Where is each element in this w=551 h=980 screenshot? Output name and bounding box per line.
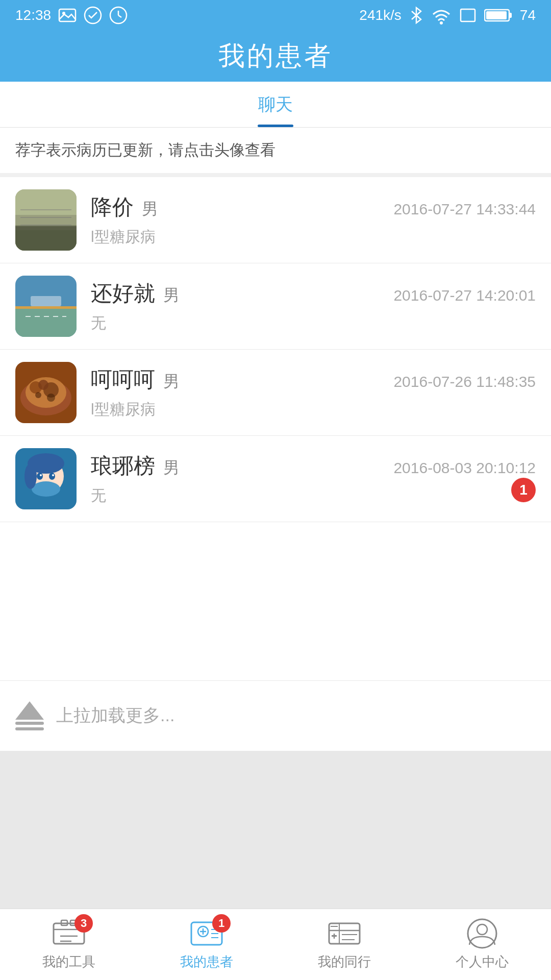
tab-chat-label: 聊天 [258, 93, 293, 116]
patient-top-row: 降价 男 2016-07-27 14:33:44 [91, 193, 536, 222]
patient-name: 降价 [91, 193, 134, 222]
tab-chat[interactable]: 聊天 [0, 82, 551, 127]
page-title: 我的患者 [218, 38, 333, 74]
svg-rect-7 [461, 9, 475, 21]
avatar [15, 276, 77, 337]
svg-point-61 [468, 919, 496, 948]
patient-info: 还好就 男 2016-07-27 14:20:01 无 [91, 279, 536, 334]
bottom-nav: 3 我的工具 1 我的患者 [0, 909, 551, 980]
patient-gender: 男 [163, 457, 180, 479]
patient-top-row: 还好就 男 2016-07-27 14:20:01 [91, 279, 536, 308]
nav-profile-label: 个人中心 [456, 953, 509, 971]
nav-item-tools[interactable]: 3 我的工具 [0, 918, 138, 971]
svg-point-62 [477, 924, 487, 935]
patient-info: 琅琊榜 男 2016-08-03 20:10:12 无 [91, 452, 536, 506]
patient-name: 呵呵呵 [91, 365, 155, 394]
svg-point-34 [24, 463, 37, 489]
patient-date: 2016-07-27 14:33:44 [393, 201, 536, 218]
svg-rect-12 [15, 225, 77, 251]
phone-icon [459, 6, 477, 24]
tab-bar: 聊天 [0, 82, 551, 128]
patient-date: 2016-07-26 11:48:35 [393, 373, 536, 390]
tools-badge: 3 [74, 914, 93, 933]
status-bar: 12:38 241k/s [0, 0, 551, 31]
patient-item[interactable]: 还好就 男 2016-07-27 14:20:01 无 [0, 263, 551, 350]
patient-date: 2016-07-27 14:20:01 [393, 287, 536, 304]
battery-level: 74 [520, 7, 536, 23]
svg-rect-10 [486, 11, 507, 19]
check-icon [84, 6, 102, 24]
nav-tools-label: 我的工具 [42, 953, 95, 971]
svg-point-29 [47, 394, 55, 402]
app-header: 我的患者 [0, 31, 551, 82]
svg-point-38 [52, 474, 54, 476]
nav-item-profile[interactable]: 个人中心 [413, 918, 551, 971]
patient-list: 降价 男 2016-07-27 14:33:44 l型糖尿病 还好就 [0, 177, 551, 680]
svg-rect-18 [15, 306, 77, 337]
battery-icon [484, 8, 513, 23]
patient-disease: l型糖尿病 [91, 399, 536, 420]
load-more-bar[interactable]: 上拉加载更多... [0, 680, 551, 751]
load-more-text: 上拉加载更多... [56, 704, 174, 727]
notice-bar: 荐字表示病历已更新，请点击头像查看 [0, 128, 551, 177]
arrow-bar [15, 722, 44, 725]
patient-date: 2016-08-03 20:10:12 [393, 459, 536, 477]
nav-item-patients[interactable]: 1 我的患者 [138, 918, 276, 971]
peers-icon [327, 918, 362, 949]
svg-point-28 [35, 392, 41, 398]
profile-icon [464, 918, 500, 949]
arrow-bar [15, 727, 44, 730]
clock-icon [109, 6, 128, 24]
tab-underline [258, 125, 293, 127]
patient-item[interactable]: 呵呵呵 男 2016-07-26 11:48:35 l型糖尿病 [0, 350, 551, 436]
patient-disease: l型糖尿病 [91, 227, 536, 248]
empty-area [0, 751, 551, 909]
patient-gender: 男 [142, 198, 158, 220]
svg-point-37 [40, 474, 42, 476]
wifi-icon [431, 6, 452, 24]
arrow-bars [15, 722, 44, 730]
patient-name: 琅琊榜 [91, 452, 155, 480]
bluetooth-icon [409, 6, 424, 24]
patient-name: 还好就 [91, 279, 155, 308]
avatar [15, 362, 77, 423]
speed: 241k/s [359, 7, 402, 23]
image-icon [58, 6, 77, 24]
patient-info: 降价 男 2016-07-27 14:33:44 l型糖尿病 [91, 193, 536, 248]
time: 12:38 [15, 7, 51, 23]
avatar [15, 448, 77, 509]
unread-badge: 1 [511, 478, 536, 502]
svg-point-36 [49, 473, 55, 480]
svg-point-27 [38, 380, 48, 390]
svg-rect-19 [15, 306, 77, 309]
patient-disease: 无 [91, 485, 536, 506]
nav-peers-label: 我的同行 [318, 953, 371, 971]
notice-text: 荐字表示病历已更新，请点击头像查看 [15, 141, 276, 158]
patient-gender: 男 [163, 371, 180, 393]
patients-badge: 1 [212, 914, 231, 933]
nav-item-peers[interactable]: 我的同行 [276, 918, 413, 971]
svg-point-35 [37, 473, 43, 480]
status-left: 12:38 [15, 6, 128, 24]
patient-info: 呵呵呵 男 2016-07-26 11:48:35 l型糖尿病 [91, 365, 536, 420]
nav-patients-label: 我的患者 [180, 953, 233, 971]
svg-point-32 [32, 481, 60, 497]
patient-disease: 无 [91, 313, 536, 334]
patient-top-row: 琅琊榜 男 2016-08-03 20:10:12 [91, 452, 536, 480]
patient-gender: 男 [163, 284, 180, 307]
avatar [15, 189, 77, 251]
patient-item[interactable]: 降价 男 2016-07-27 14:33:44 l型糖尿病 [0, 177, 551, 263]
arrow-triangle [15, 701, 44, 720]
svg-rect-21 [31, 296, 61, 306]
status-right: 241k/s 74 [359, 6, 536, 24]
svg-point-6 [440, 21, 443, 24]
load-more-icon [15, 701, 44, 730]
svg-point-2 [85, 7, 101, 23]
svg-line-5 [118, 15, 121, 17]
svg-rect-9 [509, 13, 512, 18]
patient-item[interactable]: 琅琊榜 男 2016-08-03 20:10:12 无 1 [0, 436, 551, 522]
patient-top-row: 呵呵呵 男 2016-07-26 11:48:35 [91, 365, 536, 394]
